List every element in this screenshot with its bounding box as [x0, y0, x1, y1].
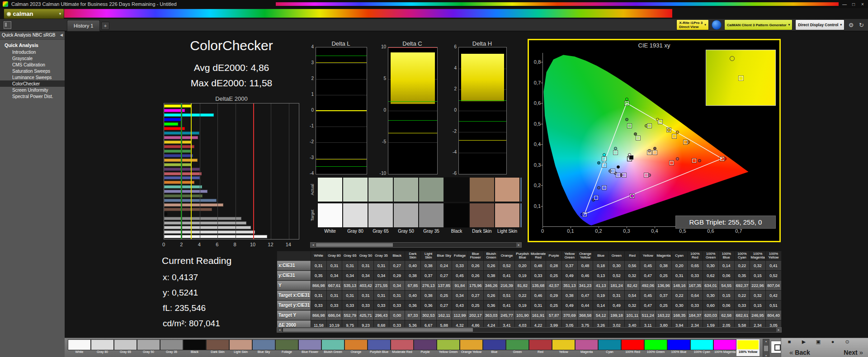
table-cell: 0,20 — [514, 261, 530, 271]
workflow-root-item[interactable]: Quick Analysis — [0, 40, 65, 49]
tab-history-1[interactable]: History 1 — [67, 20, 100, 31]
table-cell: 0,32 — [750, 291, 766, 301]
meter-selector[interactable]: X-Rite i1Pro 3 Direct View ▾ — [676, 19, 709, 30]
patch-gray-35[interactable]: Gray 35 — [160, 339, 183, 356]
next-arrow-icon: » — [859, 348, 863, 356]
patch-cyan[interactable]: Cyan — [598, 339, 621, 356]
stop-icon[interactable]: ■ — [785, 339, 794, 345]
sidebar-item-introduction[interactable]: Introduction — [0, 49, 65, 55]
deltaE-bar-row — [164, 162, 299, 167]
patch-100-blue[interactable]: 100% Blue — [667, 339, 690, 356]
table-corner-cell — [277, 251, 311, 261]
table-cell: 0,33 — [342, 301, 358, 310]
pattern-generator-selector[interactable]: CalMAN Client 3 Pattern Generator ▾ — [724, 19, 793, 30]
patch-strip-scrollbar[interactable]: ▴ ▾ — [763, 339, 769, 357]
patch-green[interactable]: Green — [506, 339, 529, 356]
table-cell: 0,44 — [577, 301, 593, 310]
scroll-up-icon[interactable]: ▴ — [765, 339, 767, 343]
compare-scrollbar[interactable]: ◂▸ — [310, 242, 522, 248]
patch-100-green[interactable]: 100% Green — [644, 339, 667, 356]
patch-100-magenta[interactable]: 100% Magenta — [713, 339, 736, 356]
back-button[interactable]: « Back — [789, 348, 810, 356]
power-icon[interactable]: ⊙ — [843, 339, 852, 345]
table-cell: 0,27 — [389, 261, 405, 271]
scroll-left-icon[interactable]: ◂ — [311, 243, 316, 247]
table-cell: 0,33 — [452, 261, 468, 271]
table-scrollbar[interactable]: ◂ ▸ — [277, 327, 782, 333]
sidebar-item-grayscale[interactable]: Grayscale — [0, 55, 65, 61]
patch-blue-sky[interactable]: Blue Sky — [252, 339, 275, 356]
table-cell: 0,45 — [452, 271, 468, 281]
patch-100-yellow[interactable]: 100% Yellow — [736, 339, 760, 356]
patch-purple[interactable]: Purple — [414, 339, 437, 356]
sidebar-item-saturation-sweeps[interactable]: Saturation Sweeps — [0, 68, 65, 74]
meter-name: X-Rite i1Pro 3 — [679, 21, 703, 25]
patch-strip: WhiteGray 80Gray 65Gray 50Gray 35BlackDa… — [65, 338, 868, 357]
patch-100-red[interactable]: 100% Red — [621, 339, 644, 356]
panel-toggle-icon[interactable] — [4, 21, 11, 29]
maximize-button[interactable]: □ — [850, 2, 857, 7]
axis-tick-label: -2 — [300, 139, 314, 144]
refresh-icon[interactable]: ↻ — [858, 22, 865, 28]
scrollbar-thumb[interactable] — [764, 346, 768, 351]
patch-white[interactable]: White — [68, 339, 91, 356]
grid-line — [388, 142, 437, 143]
patch-100-cyan[interactable]: 100% Cyan — [690, 339, 713, 356]
cie-target-point — [616, 173, 620, 177]
patch-orange-yellow[interactable]: Orange Yellow — [460, 339, 483, 356]
table-cell: 0,22 — [514, 291, 530, 301]
column-header: Gray 65 — [342, 251, 358, 261]
scroll-left-icon[interactable]: ◂ — [277, 328, 282, 332]
patch-gray-80[interactable]: Gray 80 — [91, 339, 114, 356]
patch-moderate-red[interactable]: Moderate Red — [391, 339, 414, 356]
display-control-selector[interactable]: Direct Display Control ▾ — [795, 19, 844, 30]
close-button[interactable]: × — [859, 2, 866, 7]
patch-bluish-green[interactable]: Bluish Green — [321, 339, 344, 356]
patch-yellow-green[interactable]: Yellow Green — [437, 339, 460, 356]
scroll-right-icon[interactable]: ▸ — [516, 243, 521, 247]
patch-gray-50[interactable]: Gray 50 — [137, 339, 160, 356]
patch-dark-skin[interactable]: Dark Skin — [206, 339, 229, 356]
gear-icon[interactable]: ⚙ — [847, 22, 855, 28]
scroll-down-icon[interactable]: ▾ — [765, 354, 767, 357]
compare-label: Gray 65 — [368, 229, 393, 234]
sidebar-item-screen-uniformity[interactable]: Screen Uniformity — [0, 87, 65, 93]
patch-blue-flower[interactable]: Blue Flower — [298, 339, 321, 356]
generator-name: CalMAN Client 3 Pattern Generator — [727, 23, 787, 27]
patch-yellow[interactable]: Yellow — [552, 339, 575, 356]
column-header: White — [311, 251, 327, 261]
table-cell: 492,06 — [640, 281, 656, 291]
patch-color — [414, 339, 437, 350]
patch-magenta[interactable]: Magenta — [575, 339, 598, 356]
table-cell: 0,33 — [687, 301, 703, 310]
patch-label: Magenta — [575, 350, 598, 356]
globe-icon[interactable]: ● — [828, 339, 837, 345]
calman-menu-button[interactable]: ◉ calman ▾ — [4, 9, 64, 19]
play-icon[interactable]: ▶ — [799, 339, 808, 345]
sidebar-item-colorchecker[interactable]: ColorChecker — [0, 80, 65, 87]
patch-orange[interactable]: Orange — [344, 339, 368, 356]
add-tab-button[interactable]: + — [101, 22, 109, 30]
scroll-right-icon[interactable]: ▸ — [776, 328, 781, 332]
patch-foliage[interactable]: Foliage — [275, 339, 298, 356]
patch-blue[interactable]: Blue — [483, 339, 506, 356]
save-icon[interactable]: ▣ — [814, 339, 823, 345]
table-cell: 0,25 — [467, 301, 483, 310]
meter-status-icon[interactable] — [712, 20, 722, 30]
colorchecker-data-table: WhiteGray 80Gray 65Gray 50Gray 35BlackDa… — [277, 251, 782, 330]
deltaE-bar-row — [164, 149, 299, 153]
patch-black[interactable]: Black — [183, 339, 206, 356]
sidebar-item-luminance-sweeps[interactable]: Luminance Sweeps — [0, 74, 65, 80]
patch-purplish-blue[interactable]: Purplish Blue — [368, 339, 391, 356]
sidebar-item-spectral-power-dist[interactable]: Spectral Power Dist. — [0, 93, 65, 99]
sidebar-item-cms-calibration[interactable]: CMS Calibration — [0, 61, 65, 68]
table-cell: 0,34 — [373, 271, 389, 281]
patch-red[interactable]: Red — [529, 339, 552, 356]
scrollbar-thumb[interactable] — [283, 328, 473, 332]
patch-light-skin[interactable]: Light Skin — [229, 339, 252, 356]
scrollbar-thumb[interactable] — [316, 243, 393, 247]
minimize-button[interactable]: — — [841, 2, 848, 7]
collapse-sidebar-icon[interactable]: ◀ — [60, 33, 63, 37]
next-button[interactable]: Next » — [844, 348, 863, 356]
patch-gray-65[interactable]: Gray 65 — [114, 339, 137, 356]
